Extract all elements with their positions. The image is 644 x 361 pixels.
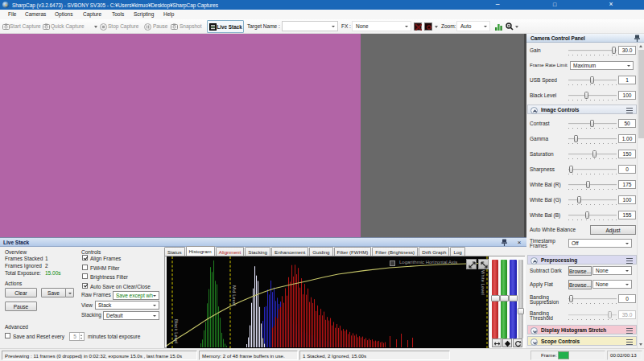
live-stack-toggle-button[interactable]: Live Stack: [207, 20, 244, 33]
save-dropdown-button[interactable]: [65, 288, 74, 297]
pause-toolbar-button[interactable]: Pause: [153, 19, 167, 34]
banding-threshold-value[interactable]: 35.0: [618, 310, 636, 319]
frame-rate-limit-combo[interactable]: Maximum: [570, 61, 634, 70]
gray-level-handle[interactable]: [518, 308, 525, 314]
color-swatch-1[interactable]: [414, 23, 422, 31]
log-axis-toggle[interactable]: Logarithmic Horizontal Axis: [399, 260, 457, 267]
banding-suppression-slider-track[interactable]: [568, 298, 617, 300]
camera-panel-scrollbar[interactable]: [637, 43, 644, 348]
apply-flat-combo[interactable]: None: [592, 280, 632, 289]
tab-filter-brightness-[interactable]: Filter (Brightness): [372, 247, 418, 256]
histogram-zoom-button-2[interactable]: [478, 259, 489, 269]
stop-capture-button[interactable]: Stop Capture: [108, 19, 138, 34]
fx-combo[interactable]: None: [352, 21, 411, 31]
menu-scripting[interactable]: Scripting: [134, 10, 154, 19]
subtract-dark-combo[interactable]: None: [592, 266, 632, 275]
menu-options[interactable]: Options: [55, 10, 72, 19]
white-bal-r--value[interactable]: 175: [618, 180, 636, 189]
live-stack-close-icon[interactable]: ×: [515, 238, 523, 247]
black-level-slider-track[interactable]: [568, 95, 617, 96]
gamma-slider-thumb[interactable]: [574, 135, 578, 142]
quick-capture-dropdown-icon[interactable]: [94, 26, 97, 28]
live-stack-pin-icon[interactable]: [502, 239, 507, 246]
gain-slider-thumb[interactable]: [612, 47, 616, 54]
log-axis-checkbox[interactable]: [390, 260, 395, 266]
reticle-toolbar-icon[interactable]: [506, 23, 514, 31]
pause-button[interactable]: Pause: [5, 302, 37, 311]
menu-capture[interactable]: Capture: [83, 10, 101, 19]
white-bal-r--slider-thumb[interactable]: [586, 181, 590, 188]
raw-frames-combo[interactable]: Save except wh: [113, 291, 159, 300]
histogram-toolbar-icon[interactable]: [495, 23, 503, 31]
white-bal-g--value[interactable]: 100: [618, 195, 636, 204]
clear-button[interactable]: Clear: [5, 288, 37, 297]
tab-stacking[interactable]: Stacking: [245, 247, 270, 256]
usb-speed-slider-thumb[interactable]: [590, 76, 594, 84]
saturation-value[interactable]: 150: [618, 150, 636, 158]
sharpness-value[interactable]: 0: [618, 165, 636, 174]
scope-controls-section[interactable]: Scope Controls: [527, 336, 637, 346]
timestamp-frames-combo[interactable]: Off: [568, 239, 632, 248]
minimize-button[interactable]: –: [489, 0, 506, 10]
black-level-slider-thumb[interactable]: [584, 92, 588, 99]
save-button[interactable]: Save: [41, 288, 66, 297]
view-combo[interactable]: Stack: [95, 301, 159, 310]
image-controls-section-chevron-icon[interactable]: [530, 107, 538, 114]
white-bal-b--value[interactable]: 155: [618, 211, 636, 219]
blue-level-handle[interactable]: [509, 295, 518, 302]
image-controls-section-menu-icon[interactable]: [626, 108, 633, 113]
white-bal-b--slider-track[interactable]: [568, 215, 617, 216]
green-level-handle[interactable]: [500, 295, 509, 302]
menu-help[interactable]: Help: [163, 10, 174, 19]
gain-value[interactable]: 30.0: [618, 46, 636, 55]
preprocessing-section-menu-icon[interactable]: [626, 258, 633, 264]
tab-filter-fwhm-[interactable]: Filter (FWHM): [334, 247, 372, 256]
align-frames-checkbox[interactable]: [82, 255, 88, 260]
start-capture-button[interactable]: Start Capture: [10, 19, 41, 34]
mid-level-marker-label[interactable]: Mid Level: [232, 285, 237, 306]
preprocessing-section[interactable]: Preprocessing: [527, 255, 637, 265]
display-histogram-stretch-section-menu-icon[interactable]: [626, 328, 633, 334]
preprocessing-section-chevron-icon[interactable]: [530, 257, 538, 265]
scope-controls-section-menu-icon[interactable]: [626, 339, 633, 345]
camera-preview-image[interactable]: [0, 34, 361, 237]
tab-histogram[interactable]: Histogram: [186, 246, 215, 256]
display-histogram-stretch-section-chevron-icon[interactable]: [530, 327, 538, 334]
contrast-slider-thumb[interactable]: [590, 120, 594, 127]
black-level-value[interactable]: 100: [618, 91, 636, 100]
auto-save-on-clear-close-checkbox[interactable]: [82, 283, 88, 289]
zoom-combo[interactable]: Auto: [456, 21, 490, 31]
brightness-filter-checkbox[interactable]: [82, 273, 88, 279]
saturation-slider-thumb[interactable]: [592, 150, 597, 158]
maximize-button[interactable]: □: [546, 0, 564, 10]
white-bal-g--slider-track[interactable]: [568, 199, 617, 201]
tab-status[interactable]: Status: [164, 247, 185, 256]
red-level-handle[interactable]: [491, 295, 500, 302]
gamma-value[interactable]: 1.00: [618, 134, 636, 143]
banding-suppression-value[interactable]: 0: [618, 294, 636, 303]
pin-icon[interactable]: [634, 35, 640, 42]
menu-cameras[interactable]: Cameras: [25, 10, 46, 19]
tab-guiding[interactable]: Guiding: [309, 247, 332, 256]
scrollbar-thumb[interactable]: [638, 50, 644, 138]
stretch-diamond-button[interactable]: [502, 338, 512, 347]
subtract-dark-browse-button[interactable]: Browse...: [568, 266, 592, 276]
stretch-reset-button[interactable]: [513, 338, 522, 347]
tab-alignment[interactable]: Alignment: [216, 247, 245, 256]
white-bal-r--slider-track[interactable]: [568, 184, 617, 186]
gain-slider-track[interactable]: [568, 50, 617, 51]
sharpness-slider-track[interactable]: [568, 169, 617, 170]
image-controls-section[interactable]: Image Controls: [527, 105, 637, 114]
black-level-marker-label[interactable]: Black Level: [174, 319, 179, 343]
close-button[interactable]: ×: [602, 0, 620, 10]
histogram-zoom-button-1[interactable]: [466, 259, 477, 269]
gray-level-slider[interactable]: [518, 260, 523, 338]
fwhm-filter-checkbox[interactable]: [82, 265, 88, 270]
target-name-combo[interactable]: [282, 21, 338, 31]
white-level-marker-label[interactable]: White Level: [481, 270, 485, 295]
adjust-button[interactable]: Adjust: [590, 225, 636, 235]
tab-drift-graph[interactable]: Drift Graph: [419, 247, 449, 256]
display-histogram-stretch-section[interactable]: Display Histogram Stretch: [527, 325, 637, 334]
snapshot-button[interactable]: Snapshot: [180, 19, 201, 34]
scroll-up-icon[interactable]: [639, 45, 642, 47]
